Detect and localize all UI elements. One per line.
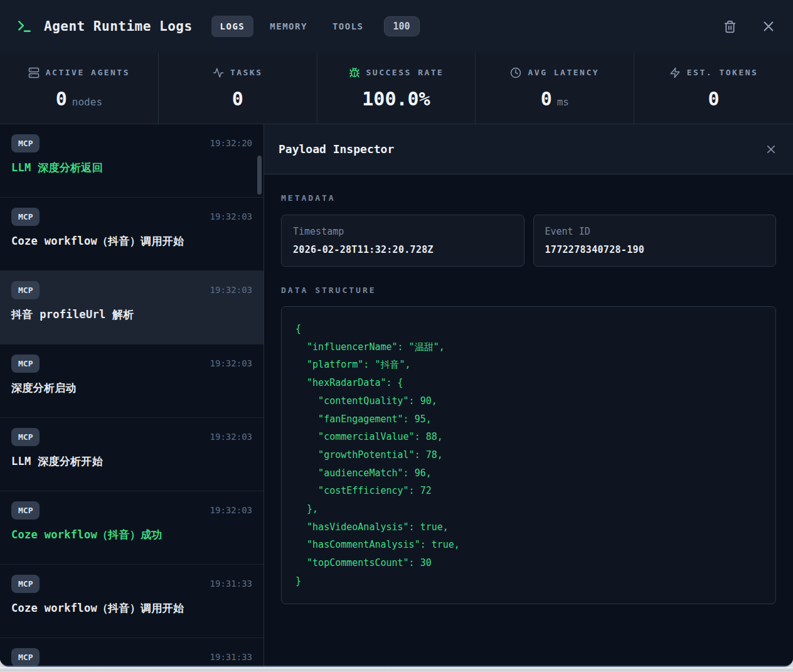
- stat-label-row: AVG LATENCY: [510, 67, 599, 78]
- log-message: LLM 深度分析开始: [11, 454, 252, 469]
- stat-label: TASKS: [230, 68, 263, 77]
- log-timestamp: 19:32:03: [210, 358, 252, 368]
- mcp-badge: MCP: [11, 648, 40, 666]
- list-item[interactable]: MCP 19:32:03 抖音 profileUrl 解析: [0, 271, 263, 344]
- header-tabs: LOGSMEMORYTOOLS: [211, 16, 373, 37]
- log-message: 深度分析启动: [11, 381, 252, 395]
- log-item-top-row: MCP 19:32:20: [11, 134, 252, 152]
- metadata-field-label: Event ID: [545, 226, 765, 237]
- server-icon: [28, 67, 40, 78]
- list-item[interactable]: MCP 19:31:33 Coze workflow（抖音）调用开始: [0, 565, 263, 638]
- metadata-grid: Timestamp 2026-02-28T11:32:20.728Z Event…: [281, 215, 776, 267]
- stat-value: 0: [56, 88, 67, 110]
- log-timestamp: 19:31:33: [210, 652, 252, 662]
- agent-runtime-logs-window: Agent Runtime Logs LOGSMEMORYTOOLS 100 A…: [0, 0, 793, 667]
- stat-value: 0: [708, 88, 720, 110]
- log-timestamp: 19:32:03: [210, 432, 252, 442]
- tab-logs[interactable]: LOGS: [211, 16, 254, 37]
- zap-icon: [669, 67, 681, 78]
- mcp-badge: MCP: [11, 501, 40, 520]
- activity-icon: [213, 67, 224, 78]
- stat-cell: SUCCESS RATE 100.0%: [317, 53, 476, 124]
- tab-tools[interactable]: TOOLS: [324, 16, 373, 37]
- stat-label: ACTIVE AGENTS: [46, 68, 130, 77]
- log-item-top-row: MCP 19:32:03: [11, 355, 252, 373]
- log-items-container: MCP 19:32:20 LLM 深度分析返回 MCP 19:32:03 Coz…: [0, 124, 263, 666]
- stat-label-row: SUCCESS RATE: [349, 67, 444, 78]
- stat-value-row: 0 nodes: [56, 88, 102, 110]
- log-message: Coze workflow（抖音）调用开始: [11, 601, 252, 616]
- log-message: Coze workflow（抖音）成功: [11, 528, 252, 542]
- stat-label: AVG LATENCY: [528, 68, 599, 77]
- header-actions: [722, 18, 777, 35]
- payload-inspector-panel: Payload Inspector METADATA Timestamp 202…: [264, 124, 793, 666]
- metadata-section-label: METADATA: [281, 193, 336, 203]
- stats-bar: ACTIVE AGENTS 0 nodes TASKS 0 SUCCESS RA…: [0, 53, 793, 124]
- payload-inspector-body: METADATA Timestamp 2026-02-28T11:32:20.7…: [264, 174, 793, 666]
- mcp-badge: MCP: [11, 208, 40, 226]
- stat-value: 0: [232, 88, 243, 110]
- stat-unit: nodes: [72, 96, 102, 108]
- stat-value-row: 0 ms: [541, 88, 569, 110]
- close-inspector-button[interactable]: [764, 142, 778, 156]
- payload-inspector-header: Payload Inspector: [264, 124, 793, 174]
- stat-cell: ACTIVE AGENTS 0 nodes: [0, 53, 159, 124]
- stat-label-row: TASKS: [213, 67, 263, 78]
- log-message: Coze workflow（抖音）调用开始: [11, 234, 252, 248]
- log-timestamp: 19:32:03: [210, 505, 252, 515]
- stat-label-row: EST. TOKENS: [669, 67, 758, 78]
- stat-unit: ms: [557, 96, 569, 108]
- log-timestamp: 19:32:20: [210, 138, 252, 148]
- payload-code-block: { "influencerName": "温甜", "platform": "抖…: [281, 306, 776, 604]
- payload-json: { "influencerName": "温甜", "platform": "抖…: [295, 320, 762, 590]
- terminal-prompt-icon: [16, 18, 33, 35]
- stat-value-row: 100.0%: [362, 88, 430, 110]
- close-icon: [765, 144, 777, 155]
- metadata-card: Timestamp 2026-02-28T11:32:20.728Z: [281, 215, 524, 267]
- stat-value-row: 0: [708, 88, 720, 110]
- log-message: 抖音 profileUrl 解析: [11, 307, 252, 322]
- main-content: MCP 19:32:20 LLM 深度分析返回 MCP 19:32:03 Coz…: [0, 124, 793, 666]
- mcp-badge: MCP: [11, 134, 40, 152]
- list-item[interactable]: MCP 19:31:33: [0, 638, 263, 666]
- payload-inspector-title: Payload Inspector: [279, 142, 394, 156]
- list-item[interactable]: MCP 19:32:03 LLM 深度分析开始: [0, 418, 263, 491]
- stat-value-row: 0: [232, 88, 243, 110]
- log-item-top-row: MCP 19:32:03: [11, 428, 252, 446]
- log-item-top-row: MCP 19:32:03: [11, 281, 252, 299]
- tab-memory[interactable]: MEMORY: [261, 16, 316, 37]
- log-timestamp: 19:32:03: [210, 285, 252, 295]
- stat-cell: EST. TOKENS 0: [634, 53, 793, 124]
- list-item[interactable]: MCP 19:32:03 Coze workflow（抖音）成功: [0, 491, 263, 565]
- log-item-top-row: MCP 19:31:33: [11, 575, 252, 593]
- log-item-top-row: MCP 19:31:33: [11, 648, 252, 666]
- page-background-strip: [0, 667, 793, 671]
- mcp-badge: MCP: [11, 281, 40, 299]
- stat-label: SUCCESS RATE: [366, 68, 444, 77]
- stat-label-row: ACTIVE AGENTS: [28, 67, 130, 78]
- log-item-top-row: MCP 19:32:03: [11, 501, 252, 520]
- log-timestamp: 19:31:33: [210, 579, 252, 589]
- metadata-field-value: 1772278340728-190: [545, 244, 765, 255]
- mcp-badge: MCP: [11, 575, 40, 593]
- clear-logs-button[interactable]: [722, 19, 738, 35]
- log-timestamp: 19:32:03: [210, 211, 252, 221]
- metadata-field-label: Timestamp: [293, 226, 513, 237]
- close-window-button[interactable]: [760, 18, 777, 35]
- stat-label: EST. TOKENS: [687, 68, 758, 77]
- stat-cell: TASKS 0: [159, 53, 317, 124]
- metadata-card: Event ID 1772278340728-190: [533, 215, 777, 267]
- stat-value: 0: [541, 88, 552, 110]
- clock-icon: [510, 67, 521, 78]
- window-header: Agent Runtime Logs LOGSMEMORYTOOLS 100: [0, 0, 793, 53]
- list-item[interactable]: MCP 19:32:03 深度分析启动: [0, 344, 263, 418]
- list-item[interactable]: MCP 19:32:20 LLM 深度分析返回: [0, 124, 263, 198]
- bug-icon: [349, 67, 360, 78]
- metadata-field-value: 2026-02-28T11:32:20.728Z: [293, 244, 513, 255]
- close-icon: [762, 19, 775, 33]
- log-item-top-row: MCP 19:32:03: [11, 208, 252, 226]
- stat-value: 100.0%: [362, 88, 430, 110]
- scrollbar-thumb[interactable]: [257, 156, 262, 195]
- list-item[interactable]: MCP 19:32:03 Coze workflow（抖音）调用开始: [0, 198, 263, 271]
- mcp-badge: MCP: [11, 428, 40, 446]
